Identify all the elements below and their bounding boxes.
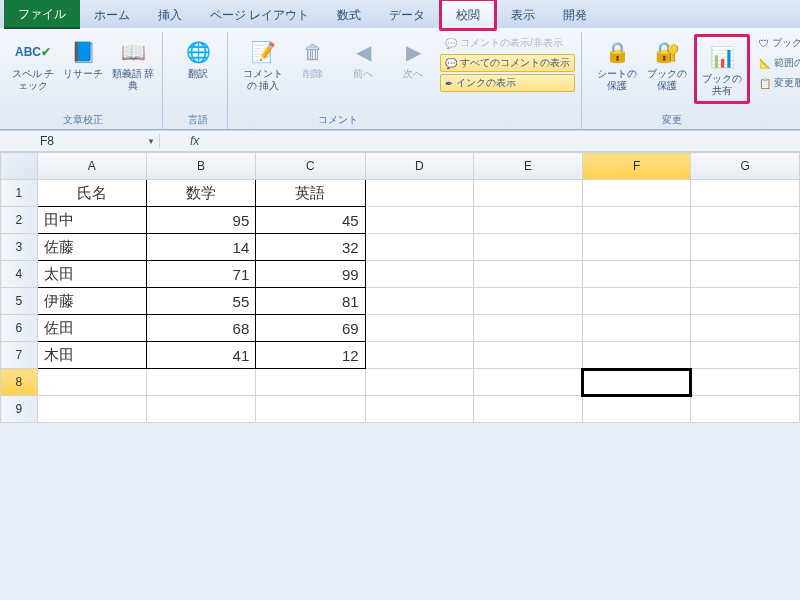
cell-G8[interactable] (691, 369, 800, 396)
cell-F8[interactable] (582, 369, 691, 396)
row-header-7[interactable]: 7 (1, 342, 38, 369)
cell-C5[interactable]: 81 (256, 288, 365, 315)
tab-home[interactable]: ホーム (80, 1, 144, 28)
prev-comment-button[interactable]: ◀ 前へ (340, 34, 386, 82)
fx-icon[interactable]: fx (190, 134, 199, 148)
cell-A5[interactable]: 伊藤 (37, 288, 146, 315)
new-comment-button[interactable]: 📝 コメントの 挿入 (240, 34, 286, 94)
cell-E2[interactable] (474, 207, 583, 234)
toggle-comment-button[interactable]: 💬コメントの表示/非表示 (440, 34, 575, 52)
tab-view[interactable]: 表示 (497, 1, 549, 28)
track-changes-button[interactable]: 📋変更履歴の記録 ▾ (754, 74, 800, 92)
tab-data[interactable]: データ (375, 1, 439, 28)
cell-G3[interactable] (691, 234, 800, 261)
row-header-4[interactable]: 4 (1, 261, 38, 288)
cell-E7[interactable] (474, 342, 583, 369)
cell-E6[interactable] (474, 315, 583, 342)
col-header-B[interactable]: B (146, 153, 255, 180)
tab-page-layout[interactable]: ページ レイアウト (196, 1, 323, 28)
cell-B5[interactable]: 55 (146, 288, 255, 315)
row-header-8[interactable]: 8 (1, 369, 38, 396)
cell-A6[interactable]: 佐田 (37, 315, 146, 342)
row-header-9[interactable]: 9 (1, 396, 38, 423)
row-header-1[interactable]: 1 (1, 180, 38, 207)
cell-E1[interactable] (474, 180, 583, 207)
next-comment-button[interactable]: ▶ 次へ (390, 34, 436, 82)
col-header-G[interactable]: G (691, 153, 800, 180)
cell-C6[interactable]: 69 (256, 315, 365, 342)
cell-F1[interactable] (582, 180, 691, 207)
cell-B3[interactable]: 14 (146, 234, 255, 261)
cell-F2[interactable] (582, 207, 691, 234)
cell-D5[interactable] (365, 288, 474, 315)
cell-E3[interactable] (474, 234, 583, 261)
cell-G5[interactable] (691, 288, 800, 315)
show-ink-button[interactable]: ✒インクの表示 (440, 74, 575, 92)
cell-B9[interactable] (146, 396, 255, 423)
cell-C9[interactable] (256, 396, 365, 423)
protect-workbook-button[interactable]: 🔐 ブックの 保護 (644, 34, 690, 94)
translate-button[interactable]: 🌐 翻訳 (175, 34, 221, 82)
cell-A3[interactable]: 佐藤 (37, 234, 146, 261)
cell-G2[interactable] (691, 207, 800, 234)
share-workbook-button[interactable]: 📊 ブックの 共有 (699, 39, 745, 99)
col-header-A[interactable]: A (37, 153, 146, 180)
cell-C1[interactable]: 英語 (256, 180, 365, 207)
cell-G9[interactable] (691, 396, 800, 423)
cell-D8[interactable] (365, 369, 474, 396)
col-header-E[interactable]: E (474, 153, 583, 180)
select-all-corner[interactable] (1, 153, 38, 180)
tab-formulas[interactable]: 数式 (323, 1, 375, 28)
cell-F5[interactable] (582, 288, 691, 315)
cell-D1[interactable] (365, 180, 474, 207)
cell-C4[interactable]: 99 (256, 261, 365, 288)
row-header-3[interactable]: 3 (1, 234, 38, 261)
cell-C2[interactable]: 45 (256, 207, 365, 234)
cell-A8[interactable] (37, 369, 146, 396)
cell-D2[interactable] (365, 207, 474, 234)
cell-A4[interactable]: 太田 (37, 261, 146, 288)
protect-sheet-button[interactable]: 🔒 シートの 保護 (594, 34, 640, 94)
cell-F6[interactable] (582, 315, 691, 342)
delete-comment-button[interactable]: 🗑 削除 (290, 34, 336, 82)
tab-review[interactable]: 校閲 (439, 0, 497, 31)
cell-D4[interactable] (365, 261, 474, 288)
col-header-C[interactable]: C (256, 153, 365, 180)
formula-input[interactable] (209, 132, 800, 150)
cell-B2[interactable]: 95 (146, 207, 255, 234)
cell-G7[interactable] (691, 342, 800, 369)
row-header-5[interactable]: 5 (1, 288, 38, 315)
cell-C8[interactable] (256, 369, 365, 396)
protect-share-button[interactable]: 🛡ブックの保護と共有 (754, 34, 800, 52)
cell-G6[interactable] (691, 315, 800, 342)
research-button[interactable]: 📘 リサーチ (60, 34, 106, 82)
name-box[interactable]: F8 ▼ (40, 134, 160, 148)
cell-G1[interactable] (691, 180, 800, 207)
cell-G4[interactable] (691, 261, 800, 288)
cell-B7[interactable]: 41 (146, 342, 255, 369)
tab-insert[interactable]: 挿入 (144, 1, 196, 28)
cell-A1[interactable]: 氏名 (37, 180, 146, 207)
tab-file[interactable]: ファイル (4, 0, 80, 29)
cell-F3[interactable] (582, 234, 691, 261)
cell-F9[interactable] (582, 396, 691, 423)
col-header-D[interactable]: D (365, 153, 474, 180)
namebox-dropdown-icon[interactable]: ▼ (147, 137, 155, 146)
cell-D3[interactable] (365, 234, 474, 261)
thesaurus-button[interactable]: 📖 類義語 辞典 (110, 34, 156, 94)
cell-F4[interactable] (582, 261, 691, 288)
cell-B1[interactable]: 数学 (146, 180, 255, 207)
cell-E9[interactable] (474, 396, 583, 423)
cell-D7[interactable] (365, 342, 474, 369)
row-header-2[interactable]: 2 (1, 207, 38, 234)
spreadsheet-grid[interactable]: ABCDEFG1氏名数学英語2田中95453佐藤14324太田71995伊藤55… (0, 152, 800, 423)
tab-developer[interactable]: 開発 (549, 1, 601, 28)
cell-F7[interactable] (582, 342, 691, 369)
show-all-comments-button[interactable]: 💬すべてのコメントの表示 (440, 54, 575, 72)
cell-D6[interactable] (365, 315, 474, 342)
cell-E8[interactable] (474, 369, 583, 396)
cell-A7[interactable]: 木田 (37, 342, 146, 369)
cell-E5[interactable] (474, 288, 583, 315)
col-header-F[interactable]: F (582, 153, 691, 180)
cell-A2[interactable]: 田中 (37, 207, 146, 234)
